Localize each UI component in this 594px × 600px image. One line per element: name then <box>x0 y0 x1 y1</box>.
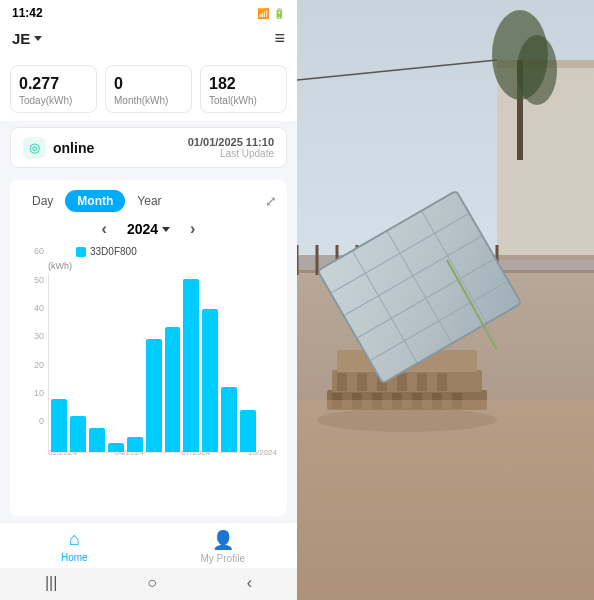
chart-bar-oct <box>221 387 237 453</box>
kwh-label: (kWh) <box>48 261 277 271</box>
chart-bar-jun <box>146 339 162 452</box>
prev-year-button[interactable]: ‹ <box>102 220 107 238</box>
y-60: 60 <box>20 246 44 256</box>
online-text: online <box>53 140 94 156</box>
total-label: Total(kWh) <box>209 95 278 106</box>
y-0: 0 <box>20 416 44 426</box>
year-chevron-icon <box>162 227 170 232</box>
wifi-symbol: ◎ <box>29 140 40 155</box>
user-label[interactable]: JE <box>12 30 42 47</box>
chart-bar-apr <box>108 443 124 452</box>
status-time: 11:42 <box>12 6 43 20</box>
y-40: 40 <box>20 303 44 313</box>
chart-bar-jul <box>165 327 181 452</box>
chart-y-axis: 60 50 40 30 20 10 0 <box>20 246 44 426</box>
right-panel <box>297 0 594 600</box>
stats-row: 0.277 Today(kWh) 0 Month(kWh) 182 Total(… <box>0 57 297 121</box>
legend-color <box>76 247 86 257</box>
chart-bar-may <box>127 437 143 452</box>
chart-bar-jan <box>51 399 67 453</box>
expand-icon[interactable]: ⤢ <box>265 193 277 209</box>
time-toggle: Day Month Year ⤢ <box>20 190 277 212</box>
stat-card-today: 0.277 Today(kWh) <box>10 65 97 113</box>
update-label: Last Update <box>188 148 274 159</box>
chart-bars <box>48 273 277 453</box>
year-nav: ‹ 2024 › <box>20 220 277 238</box>
left-panel: 11:42 📶 🔋 JE ≡ 0.277 Today(kWh) 0 Month(… <box>0 0 297 600</box>
signal-icon: 📶 <box>257 8 269 19</box>
year-label[interactable]: 2024 <box>127 221 170 237</box>
update-time: 01/01/2025 11:10 <box>188 136 274 148</box>
year-text: 2024 <box>127 221 158 237</box>
home-button[interactable]: ○ <box>127 572 177 594</box>
day-button[interactable]: Day <box>20 190 65 212</box>
svg-point-19 <box>517 35 557 105</box>
back-button[interactable]: ‹ <box>227 572 272 594</box>
bottom-nav: ⌂ Home 👤 My Profile <box>0 522 297 568</box>
total-value: 182 <box>209 74 278 93</box>
online-status-bar: ◎ online 01/01/2025 11:10 Last Update <box>10 127 287 168</box>
chart-section: Day Month Year ⤢ ‹ 2024 › 33D0F800 (kWh)… <box>10 180 287 516</box>
nav-home[interactable]: ⌂ Home <box>0 529 149 564</box>
recent-apps-button[interactable]: ||| <box>25 572 77 594</box>
wifi-icon: ◎ <box>23 137 45 159</box>
scene-svg <box>297 0 594 600</box>
profile-icon: 👤 <box>212 529 234 551</box>
month-value: 0 <box>114 74 183 93</box>
home-label: Home <box>61 552 88 563</box>
chart-bar-feb <box>70 416 86 452</box>
svg-rect-34 <box>437 373 447 391</box>
online-left: ◎ online <box>23 137 94 159</box>
svg-rect-30 <box>357 373 367 391</box>
online-right: 01/01/2025 11:10 Last Update <box>188 136 274 159</box>
chart-bar-aug <box>183 279 199 452</box>
profile-label: My Profile <box>201 553 245 564</box>
y-10: 10 <box>20 388 44 398</box>
stat-card-total: 182 Total(kWh) <box>200 65 287 113</box>
svg-rect-33 <box>417 373 427 391</box>
year-button[interactable]: Year <box>125 190 173 212</box>
system-nav: ||| ○ ‹ <box>0 568 297 600</box>
y-50: 50 <box>20 275 44 285</box>
svg-rect-29 <box>337 373 347 391</box>
chart-bar-sep <box>202 309 218 452</box>
y-30: 30 <box>20 331 44 341</box>
status-bar: 11:42 📶 🔋 <box>0 0 297 24</box>
stat-card-month: 0 Month(kWh) <box>105 65 192 113</box>
photo-background <box>297 0 594 600</box>
y-20: 20 <box>20 360 44 370</box>
home-icon: ⌂ <box>69 529 80 550</box>
app-header: JE ≡ <box>0 24 297 57</box>
svg-rect-47 <box>297 400 594 600</box>
today-label: Today(kWh) <box>19 95 88 106</box>
next-year-button[interactable]: › <box>190 220 195 238</box>
chevron-down-icon <box>34 36 42 41</box>
month-label: Month(kWh) <box>114 95 183 106</box>
nav-profile[interactable]: 👤 My Profile <box>149 529 298 564</box>
svg-rect-32 <box>397 373 407 391</box>
month-button[interactable]: Month <box>65 190 125 212</box>
chart-container: 33D0F800 (kWh) 60 50 40 30 20 10 0 <box>20 246 277 446</box>
today-value: 0.277 <box>19 74 88 93</box>
user-name: JE <box>12 30 30 47</box>
legend-label: 33D0F800 <box>90 246 137 257</box>
status-icons: 📶 🔋 <box>257 8 285 19</box>
menu-button[interactable]: ≡ <box>274 28 285 49</box>
wifi-status-icon: 🔋 <box>273 8 285 19</box>
chart-bar-nov <box>240 410 256 452</box>
chart-bar-mar <box>89 428 105 452</box>
chart-legend: 33D0F800 <box>48 246 277 257</box>
